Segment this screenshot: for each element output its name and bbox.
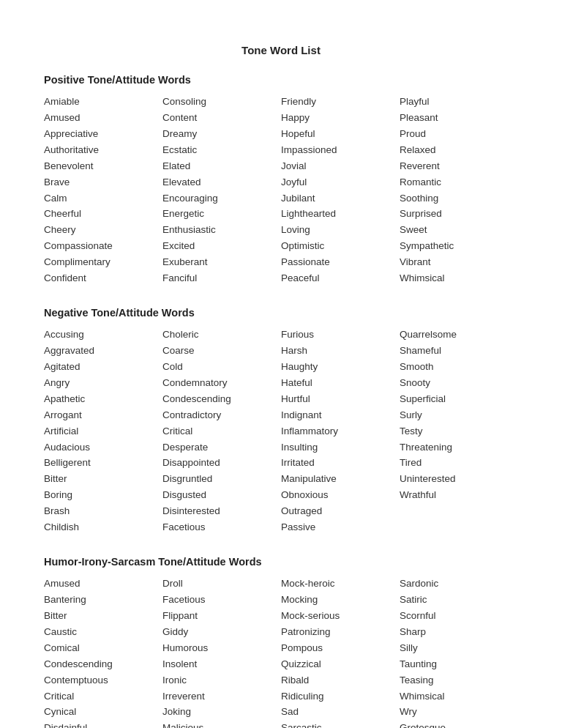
word-item: Grotesque bbox=[400, 721, 518, 728]
word-item: Amused bbox=[44, 576, 162, 592]
word-item: Sardonic bbox=[400, 576, 518, 592]
word-item: Disappointed bbox=[162, 456, 281, 471]
word-item: Teasing bbox=[400, 673, 518, 688]
word-item: Desperate bbox=[162, 440, 281, 456]
word-item: Happy bbox=[281, 111, 400, 126]
word-item: Appreciative bbox=[44, 127, 162, 142]
word-column-humor-1: DrollFacetiousFlippantGiddyHumorousInsol… bbox=[162, 576, 281, 728]
word-column-positive-2: FriendlyHappyHopefulImpassionedJovialJoy… bbox=[281, 94, 400, 286]
word-item: Wrathful bbox=[400, 488, 518, 503]
word-item: Ridiculing bbox=[281, 689, 400, 705]
word-item: Quarrelsome bbox=[400, 327, 518, 343]
word-item: Hopeful bbox=[281, 127, 400, 142]
word-item: Dreamy bbox=[162, 127, 281, 142]
word-item: Patronizing bbox=[281, 625, 400, 640]
word-item: Comical bbox=[44, 641, 162, 656]
word-grid-humor: AmusedBanteringBitterCausticComicalConde… bbox=[44, 576, 518, 728]
word-item: Giddy bbox=[162, 625, 281, 640]
word-item: Coarse bbox=[162, 343, 281, 359]
word-item: Mock-serious bbox=[281, 609, 400, 624]
word-item: Angry bbox=[44, 376, 162, 391]
word-item: Compassionate bbox=[44, 239, 162, 254]
word-column-negative-0: AccusingAggravatedAgitatedAngryApathetic… bbox=[44, 327, 162, 535]
word-item: Optimistic bbox=[281, 239, 400, 254]
word-item: Droll bbox=[162, 576, 281, 592]
word-item: Joking bbox=[162, 705, 281, 720]
word-column-negative-3: QuarrelsomeShamefulSmoothSnootySuperfici… bbox=[400, 327, 518, 535]
word-item: Sympathetic bbox=[400, 239, 518, 254]
word-item: Threatening bbox=[400, 440, 518, 456]
word-item: Taunting bbox=[400, 657, 518, 672]
word-item: Reverent bbox=[400, 159, 518, 174]
word-item: Critical bbox=[162, 424, 281, 439]
word-item: Quizzical bbox=[281, 657, 400, 672]
word-item: Apathetic bbox=[44, 392, 162, 407]
word-item: Accusing bbox=[44, 327, 162, 343]
word-item: Pompous bbox=[281, 641, 400, 656]
word-item: Soothing bbox=[400, 191, 518, 207]
word-item: Uninterested bbox=[400, 472, 518, 487]
word-column-negative-1: CholericCoarseColdCondemnatoryCondescend… bbox=[162, 327, 281, 535]
word-item: Insolent bbox=[162, 657, 281, 672]
word-item: Passionate bbox=[281, 255, 400, 270]
word-item: Facetious bbox=[162, 593, 281, 608]
word-item: Aggravated bbox=[44, 343, 162, 359]
word-item: Condescending bbox=[162, 392, 281, 407]
section-heading-humor: Humor-Irony-Sarcasm Tone/Attitude Words bbox=[44, 556, 518, 568]
word-item: Brash bbox=[44, 504, 162, 519]
word-item: Joyful bbox=[281, 175, 400, 190]
word-item: Jovial bbox=[281, 159, 400, 174]
word-item: Irreverent bbox=[162, 689, 281, 705]
word-item: Cold bbox=[162, 360, 281, 375]
word-column-humor-0: AmusedBanteringBitterCausticComicalConde… bbox=[44, 576, 162, 728]
word-item: Cheery bbox=[44, 223, 162, 238]
word-item: Fanciful bbox=[162, 271, 281, 286]
word-item: Disgusted bbox=[162, 488, 281, 503]
page-title: Tone Word List bbox=[44, 44, 518, 56]
word-item: Surprised bbox=[400, 207, 518, 222]
word-item: Disdainful bbox=[44, 721, 162, 728]
word-item: Consoling bbox=[162, 94, 281, 110]
word-item: Jubilant bbox=[281, 191, 400, 207]
word-item: Inflammatory bbox=[281, 424, 400, 439]
word-item: Smooth bbox=[400, 360, 518, 375]
section-negative: Negative Tone/Attitude WordsAccusingAggr… bbox=[44, 307, 518, 535]
word-item: Romantic bbox=[400, 175, 518, 190]
word-item: Bantering bbox=[44, 593, 162, 608]
word-item: Excited bbox=[162, 239, 281, 254]
word-item: Critical bbox=[44, 689, 162, 705]
word-item: Irritated bbox=[281, 456, 400, 471]
word-item: Satiric bbox=[400, 593, 518, 608]
word-item: Benevolent bbox=[44, 159, 162, 174]
word-item: Exuberant bbox=[162, 255, 281, 270]
word-item: Hateful bbox=[281, 376, 400, 391]
word-column-negative-2: FuriousHarshHaughtyHatefulHurtfulIndigna… bbox=[281, 327, 400, 535]
word-item: Childish bbox=[44, 520, 162, 535]
word-item: Insulting bbox=[281, 440, 400, 456]
word-item: Pleasant bbox=[400, 111, 518, 126]
word-grid-positive: AmiableAmusedAppreciativeAuthoritativeBe… bbox=[44, 94, 518, 286]
word-item: Vibrant bbox=[400, 255, 518, 270]
word-item: Disinterested bbox=[162, 504, 281, 519]
word-item: Surly bbox=[400, 408, 518, 423]
word-item: Whimsical bbox=[400, 271, 518, 286]
section-heading-positive: Positive Tone/Attitude Words bbox=[44, 74, 518, 86]
word-item: Testy bbox=[400, 424, 518, 439]
word-item: Proud bbox=[400, 127, 518, 142]
word-item: Complimentary bbox=[44, 255, 162, 270]
word-item: Scornful bbox=[400, 609, 518, 624]
word-item: Superficial bbox=[400, 392, 518, 407]
word-item: Disgruntled bbox=[162, 472, 281, 487]
word-item: Whimsical bbox=[400, 689, 518, 705]
word-item: Amiable bbox=[44, 94, 162, 110]
word-item: Caustic bbox=[44, 625, 162, 640]
word-column-humor-2: Mock-heroicMockingMock-seriousPatronizin… bbox=[281, 576, 400, 728]
word-item: Furious bbox=[281, 327, 400, 343]
word-item: Condemnatory bbox=[162, 376, 281, 391]
word-item: Lighthearted bbox=[281, 207, 400, 222]
word-item: Ribald bbox=[281, 673, 400, 688]
word-item: Confident bbox=[44, 271, 162, 286]
word-item: Cynical bbox=[44, 705, 162, 720]
word-item: Encouraging bbox=[162, 191, 281, 207]
word-item: Artificial bbox=[44, 424, 162, 439]
